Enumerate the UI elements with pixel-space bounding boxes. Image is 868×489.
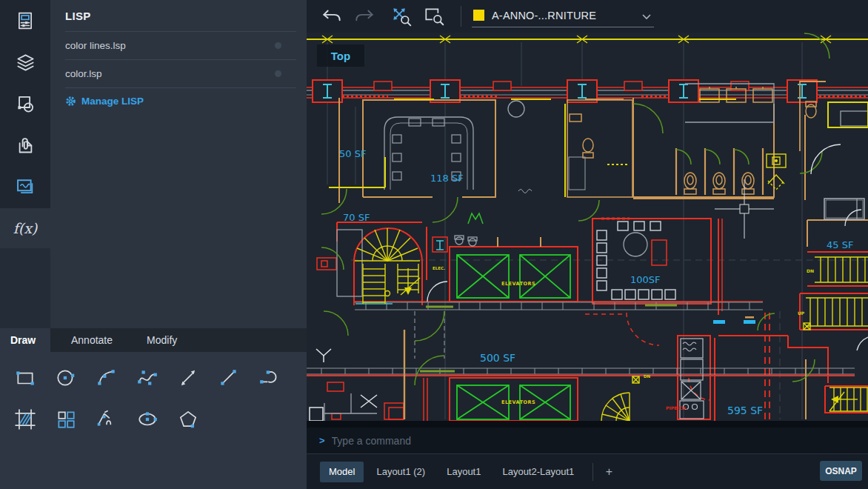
tab-annotate[interactable]: Annotate [61,328,123,352]
lisp-file-name: color lines.lsp [65,40,126,51]
line-tool-button[interactable] [208,362,249,393]
tab-divider [592,463,593,481]
polyline-arc-tool-button[interactable] [249,362,290,393]
tab-draw[interactable]: Draw [0,328,50,352]
arc-tool-button[interactable] [86,362,127,393]
svg-text:118 SF: 118 SF [430,173,464,184]
hatch-tool-icon [13,408,38,430]
left-icon-strip [0,0,50,208]
zoom-extents-icon [390,5,413,27]
lisp-file-item[interactable]: color lines.lsp [50,32,307,59]
measure-tool-icon [94,408,119,430]
insert-block-tool-icon [53,408,79,430]
svg-text:UP: UP [798,310,805,316]
view-cube-label[interactable]: Top [317,44,364,67]
toolbar-divider [461,6,461,27]
svg-text:DN: DN [807,268,814,273]
polygon-tool-button[interactable] [167,404,208,435]
lisp-item-menu-dot[interactable] [275,42,281,49]
tab-model[interactable]: Model [320,462,364,482]
rectangle-tool-button[interactable] [4,362,45,393]
svg-text:50 SF: 50 SF [339,148,366,159]
lisp-file-name: color.lsp [65,68,102,79]
svg-text:DN: DN [644,374,651,379]
svg-text:595 SF: 595 SF [727,405,763,416]
lisp-file-item[interactable]: color.lsp [50,60,307,87]
blocks-panel-button[interactable] [0,83,50,124]
layer-color-swatch [473,10,484,21]
xref-panel-button[interactable] [0,124,50,166]
attachment-icon [16,136,36,156]
lisp-panel: LISP color lines.lsp color.lsp Manage LI… [50,0,307,328]
osnap-toggle-button[interactable]: OSNAP [820,461,862,481]
viewport-edge [307,421,868,428]
polyline-arc-tool-icon [257,367,282,389]
tool-row [0,393,307,435]
rectangle-tool-icon [13,367,38,389]
fx-icon: f(x) [13,220,38,236]
command-bar: > [307,428,868,454]
floor-plan-drawing: 50 SF 118 SF 70 SF 100SF 45 SF 500 SF 59… [307,33,868,428]
tab-layout1-2[interactable]: Layout1 (2) [367,462,434,482]
layer-dropdown-value: A-ANNO-...RNITURE [492,10,596,21]
zoom-window-icon [422,5,446,27]
icon-strip-spacer [0,248,50,328]
layout-tab-bar: Model Layout1 (2) Layout1 Layout2-Layout… [307,454,868,489]
layers-panel-button[interactable] [0,41,50,83]
polygon-tool-icon [176,408,201,430]
manage-lisp-button[interactable]: Manage LISP [50,88,307,113]
command-input[interactable] [332,435,868,447]
add-layout-button[interactable]: + [599,465,618,479]
chevron-down-icon [642,14,651,20]
drawing-canvas[interactable]: 50 SF 118 SF 70 SF 100SF 45 SF 500 SF 59… [307,33,868,428]
undo-icon [321,7,343,26]
layers-icon [16,53,36,73]
zoom-extents-button[interactable] [385,1,418,31]
svg-text:PIPE CH.: PIPE CH. [666,405,687,410]
gear-icon [65,96,76,107]
undo-button[interactable] [316,1,348,31]
svg-text:500 SF: 500 SF [480,352,515,364]
measure-tool-button[interactable] [86,404,127,435]
blocks-icon [16,94,36,114]
layer-dropdown[interactable]: A-ANNO-...RNITURE [472,5,654,27]
svg-text:ELEVATORS: ELEVATORS [501,399,535,405]
stretch-tool-button[interactable] [167,362,208,393]
ellipse-tool-icon [135,408,160,430]
tab-modify[interactable]: Modify [136,328,187,352]
zoom-window-button[interactable] [418,1,450,31]
svg-text:ELEC.: ELEC. [433,266,445,270]
svg-text:70 SF: 70 SF [343,212,370,223]
svg-text:100SF: 100SF [630,274,661,285]
plot-image-icon [15,176,36,197]
circle-tool-button[interactable] [45,362,86,393]
circle-tool-icon [53,367,79,389]
arc-tool-icon [94,367,119,389]
redo-icon [353,7,375,26]
cad-app-window: f(x) LISP color lines.lsp color.lsp Mana… [0,0,868,489]
manage-lisp-label: Manage LISP [81,96,144,107]
double-arrow-tool-icon [176,367,201,389]
insert-block-tool-button[interactable] [45,404,86,435]
tool-tab-bar: Draw Annotate Modify [0,328,307,352]
lisp-panel-title: LISP [50,0,307,22]
line-tool-icon [216,367,241,389]
tab-layout1[interactable]: Layout1 [438,462,490,482]
svg-text:45 SF: 45 SF [827,239,853,250]
canvas-toolbar: A-ANNO-...RNITURE [307,0,868,33]
plots-panel-button[interactable] [0,166,50,207]
properties-icon [16,11,35,30]
hatch-tool-button[interactable] [4,404,45,435]
draw-tools-panel [0,352,307,489]
lisp-item-menu-dot[interactable] [275,70,281,77]
tool-row [0,352,307,393]
redo-button[interactable] [348,1,381,31]
properties-panel-button[interactable] [0,0,50,41]
spline-tool-icon [135,367,160,389]
ellipse-tool-button[interactable] [127,404,167,435]
lisp-fx-button[interactable]: f(x) [0,208,50,248]
svg-text:ELEVATORS: ELEVATORS [501,281,535,287]
tab-layout2-layout1[interactable]: Layout2-Layout1 [493,462,583,482]
spline-tool-button[interactable] [127,362,167,393]
command-prompt-icon: > [319,435,325,446]
